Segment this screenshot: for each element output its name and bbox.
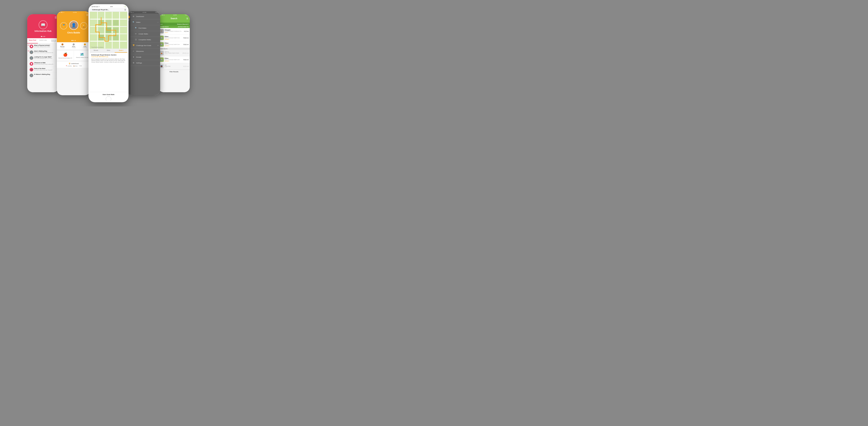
walk-info: Pilton Pilton Community Health Cntre ★★★… [164,36,183,40]
menu-item-completed-walks[interactable]: ☑ Completed Walks [130,37,160,43]
new-badge: NEW [28,45,29,45]
dot-1 [72,40,73,41]
menu-item-walks[interactable]: 🔍 Walks − [130,20,160,25]
menu-item-find-walks[interactable]: 🔍 Find Walks [130,25,160,31]
tab-news-feed[interactable]: News Feed [27,38,38,43]
search-icon: 🔍 [134,27,137,29]
other-walks-label: OTHER WALKS [158,48,190,50]
check-icon: ✓ [132,50,135,53]
right-icon: 🏆 [80,22,87,29]
carrier: ●●●○ BELL ✦ [58,12,64,13]
carousel-dots [72,40,76,41]
list-item[interactable]: 🚶 Glasgow Scottish Exhibition Conference… [158,28,190,35]
feed-text: 5 Reasons to Walk Did you know that by s… [34,62,58,65]
list-item[interactable]: ⛺ Albury Albury Outdoor Sports Centre ★★… [158,50,190,57]
menu-label-completed-walks: Completed Walks [138,39,159,41]
menu-item-dashboard[interactable]: ⊞ Dashboard [130,13,160,20]
grid-icon: ⊞ [132,15,135,18]
book-icon: 📖 [39,21,48,29]
walk-info: Pilton Pilton Community Health Cntre ★★★… [164,58,183,62]
battery: ✦ 22% ▓ [155,12,159,13]
distance-label: Distance Walked 102 km [76,57,88,58]
menu-item-milestones[interactable]: ✓ Milestones [130,48,160,54]
dot-3 [75,40,76,41]
walk-detail: Edinburgh Royal Botanic Garden Gold Rout… [90,53,127,92]
medal-silver: Silver 7 Medals [68,42,79,50]
carrier: ●●●○ BELL ✦ [128,12,134,13]
link-icon: 🔗 [30,74,33,77]
list-item[interactable]: 📷 Photo of the Week this week's photo is… [27,67,59,73]
hamburger-icon[interactable]: ☰ [55,16,57,19]
phone-search: ●●●○ BELL ✦ 4:21 PM ✦ 22% ▓ Search ☰ Rou… [158,14,190,92]
walk-name: Ayr [164,64,183,66]
menu-item-challenges[interactable]: 🏆 Challenge And Goals + [130,43,160,48]
link-icon: 🔗 [30,51,33,54]
lb-row: 📍 11324th 🏠 93rd f 2nd [66,65,82,67]
col-featured: FEATURED WALKS [159,26,168,27]
list-item[interactable]: 🏥 Pilton Pilton Community Health Cntre ★… [158,35,190,41]
leaderboard-title: 🏆 Leaderboard [69,63,79,64]
tab-useful-links[interactable]: Useful Links [38,38,49,43]
feed-text: Dr Watson's Walking Blog ... [34,74,58,76]
feed-sub: http://www.ramblers.org.uk/what-we-do... [34,52,58,54]
calories-label: Calories Burned (today) 124 [58,58,72,59]
info-header: 📖 Information Hub ☰ [27,14,59,38]
doc-icon: 📄 [30,62,33,66]
lb-title-text: Leaderboard [71,63,79,64]
screen-2: ●●●○ BELL ✦ 4:21 PM ✦ 22% ▓ ☰ 🏅 👤 🏆 Chri… [57,11,91,95]
back-button[interactable]: ‹ [91,9,92,11]
feed-title: What is Physical Activity? [34,45,58,46]
checkbox-icon: ☑ [134,38,137,41]
walk-name: Pilton [164,42,183,44]
time: 13:50 [110,6,113,7]
tab-bronze[interactable]: Bronze [90,48,102,53]
walk-info: Ayr Bridge Walk ★★☆ [164,64,183,68]
menu-item-donate[interactable]: ♥ Donate [130,54,160,60]
walk-info: Albury Albury Outdoor Sports Centre ★★★☆ [164,51,182,55]
feed-sub: http://www.walkhighlands.co.uk/news [34,58,58,59]
list-item[interactable]: 🔗 Dr Watson's Walking Blog ... [27,73,59,78]
phone-profile: ●●●○ BELL ✦ 4:21 PM ✦ 22% ▓ ☰ 🏅 👤 🏆 Chri… [57,11,91,95]
stars: ★★★★☆ [164,60,183,62]
home-button[interactable] [106,96,111,101]
hamburger-icon[interactable]: ☰ [186,18,188,20]
time: 4:21 PM [143,12,146,13]
list-item[interactable]: NEW 📄 What is Physical Activity? Let's M… [27,44,59,50]
link-icon: 🔗 [30,56,33,60]
dot-2 [43,36,44,37]
scene: 📖 Information Hub ☰ News Feed Useful Lin… [0,0,217,106]
menu-layout: ☰ ⊞ Dashboard 🔍 Walks − 🔍 Find Walks [126,13,160,95]
list-item[interactable]: 🌉 Ayr Bridge Walk ★★☆ 42.01 mi [158,63,190,70]
medals-row: Bronze 3 Medals Silver 7 Medals Gold 1 M… [57,42,91,50]
filter-distance-value[interactable]: Distance (Nearest) ▾ [177,24,189,25]
minus-icon: − [157,21,159,24]
menu-item-create-walks[interactable]: ✏ Create Walks [130,31,160,37]
trophy-icon: 🏆 [132,44,135,47]
list-item[interactable]: 📄 5 Reasons to Walk Did you know that by… [27,61,59,67]
list-item[interactable]: 🏥 Pilton Pilton Community Health Cntre ★… [158,57,190,63]
user-name: Chris Baldie [67,31,80,34]
time: 4:21 PM [73,12,77,13]
filter-results-button[interactable]: Filter Results [158,70,190,74]
list-item[interactable]: 🏥 Pilton Pilton Community Health Cntre ★… [158,41,190,48]
stat-calories: 🍎 Calories Burned (today) 124 [57,51,74,60]
list-item[interactable]: 🔗 Looking For A Longer Walk? http://www.… [27,55,59,61]
leaderboard-section: 🏆 Leaderboard 📍 11324th 🏠 93rd f 2nd [57,62,91,68]
menu-item-settings[interactable]: ⚙ Settings [130,60,160,66]
walk-tabs: Bronze Silver Gold ▾ [90,48,127,53]
hamburger-icon[interactable]: ☰ [86,13,89,17]
menu-label-milestones: Milestones [136,51,159,52]
list-item[interactable]: NEW 🔗 Helen's Walking Blog http://www.ra… [27,50,59,55]
carousel-dots [41,36,45,37]
menu-icon[interactable]: ☰ [124,9,126,11]
tab-gold[interactable]: Gold ▾ [115,48,127,53]
phone-menu: ●●●○ BELL ✦ 4:21 PM ✦ 22% ▓ ☰ ⊞ Dashboar… [126,11,160,95]
walk-dist-info: 42.01 mi [183,66,189,67]
map-topbar: ‹ Edinburgh Royal Bo... ☰ [90,8,127,12]
walk-name: Glasgow [164,29,184,31]
tab-silver[interactable]: Silver [102,48,115,53]
walk-dist-info: 254.61 mi [182,53,189,54]
dot-2 [73,40,74,41]
distance: 254.61 mi [182,53,189,54]
distance: 78.82 mi [183,59,189,60]
